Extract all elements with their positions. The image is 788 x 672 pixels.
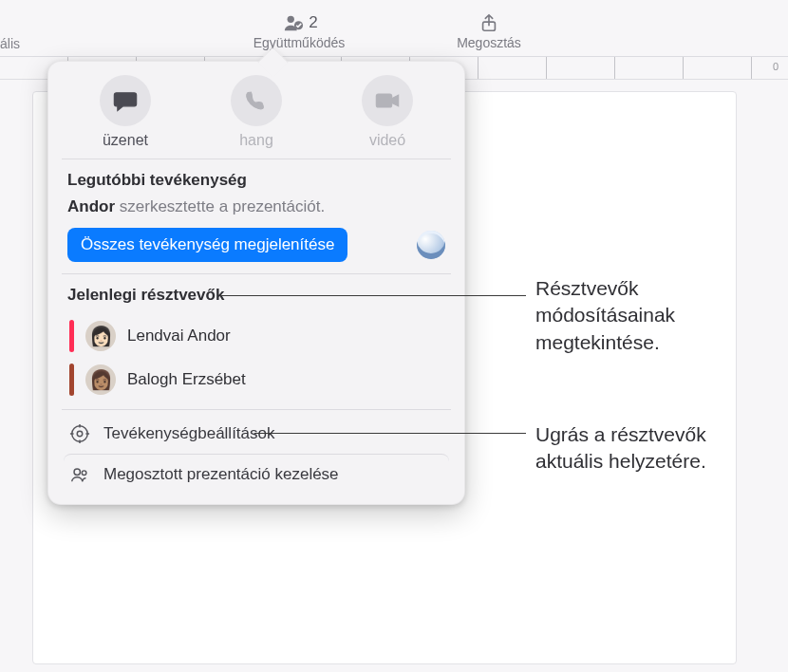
- callout-line-1: [220, 295, 526, 296]
- participant-row[interactable]: 👩🏽 Balogh Erzsébet: [67, 358, 445, 401]
- share-icon: [476, 12, 502, 33]
- svg-point-0: [288, 15, 294, 22]
- action-row: üzenet hang videó: [48, 75, 464, 159]
- video-button[interactable]: videó: [330, 75, 444, 149]
- participant-color: [69, 364, 74, 396]
- toolbar-share[interactable]: Megosztás: [432, 12, 546, 50]
- current-participants-section: Jelenlegi résztvevők 👩🏻 Lendvai Andor 👩🏽…: [62, 273, 451, 409]
- show-all-row: Összes tevékenység megjelenítése: [67, 228, 445, 262]
- participant-row[interactable]: 👩🏻 Lendvai Andor: [67, 314, 445, 358]
- collab-count: 2: [309, 13, 317, 32]
- recent-activity-heading: Legutóbbi tevékenység: [67, 171, 445, 190]
- message-icon: [112, 87, 139, 114]
- show-all-activity-button[interactable]: Összes tevékenység megjelenítése: [67, 228, 347, 262]
- svg-rect-3: [376, 94, 391, 107]
- phone-icon: [243, 87, 270, 114]
- recent-actor-avatar[interactable]: [417, 231, 445, 259]
- recent-text: szerkesztette a prezentációt.: [115, 197, 325, 215]
- people-icon: [69, 464, 90, 485]
- svg-point-10: [74, 469, 80, 475]
- callout-line-2: [254, 433, 526, 434]
- activity-settings-label: Tevékenységbeállítások: [103, 424, 275, 443]
- toolbar-collab[interactable]: 2 Együttműködés: [242, 12, 356, 50]
- ruler-right-tick: 0: [773, 61, 779, 72]
- activity-settings-item[interactable]: Tevékenységbeállítások: [64, 414, 449, 454]
- svg-point-11: [82, 471, 86, 476]
- recent-activity-line: Andor szerkesztette a prezentációt.: [67, 197, 445, 216]
- audio-button[interactable]: hang: [199, 75, 313, 149]
- participant-avatar: 👩🏽: [85, 364, 116, 395]
- participant-avatar: 👩🏻: [85, 321, 116, 351]
- collab-label: Együttműködés: [253, 35, 346, 50]
- callout-text-1: Résztvevők módosításainak megtekintése.: [535, 275, 773, 356]
- message-button[interactable]: üzenet: [68, 75, 182, 149]
- share-label: Megosztás: [457, 35, 521, 50]
- manage-shared-label: Megosztott prezentáció kezelése: [103, 465, 339, 484]
- recent-activity-section: Legutóbbi tevékenység Andor szerkesztett…: [62, 159, 451, 273]
- collaboration-popover: üzenet hang videó Legutóbbi tevékenység …: [47, 61, 465, 505]
- participant-color: [69, 320, 74, 352]
- participant-name: Balogh Erzsébet: [127, 370, 246, 389]
- audio-label: hang: [239, 132, 273, 149]
- toolbar-left-truncated: ális: [0, 36, 20, 51]
- background-toolbar: ális 2 Együttműködés Megosztás: [0, 0, 788, 57]
- video-label: videó: [369, 132, 405, 149]
- svg-point-5: [72, 426, 88, 442]
- callout-text-2: Ugrás a résztvevők aktuális helyzetére.: [535, 421, 773, 476]
- recent-actor: Andor: [67, 197, 115, 215]
- footer-section: Tevékenységbeállítások Megosztott prezen…: [62, 409, 451, 498]
- manage-shared-item[interactable]: Megosztott prezentáció kezelése: [64, 454, 449, 495]
- participant-name: Lendvai Andor: [127, 327, 231, 345]
- svg-point-4: [77, 431, 83, 437]
- gear-dots-icon: [69, 423, 90, 444]
- people-check-icon: [280, 12, 307, 33]
- message-label: üzenet: [103, 132, 148, 149]
- video-icon: [374, 87, 401, 114]
